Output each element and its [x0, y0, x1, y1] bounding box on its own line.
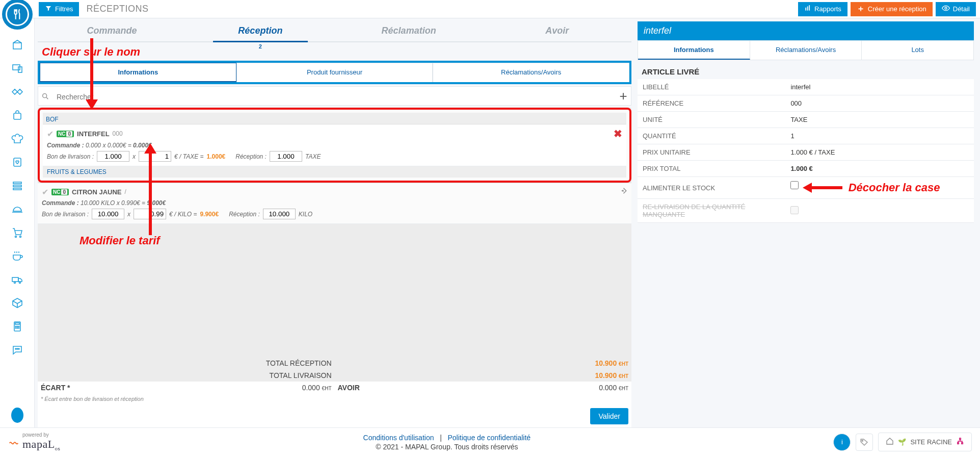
plant-icon: 🌱: [898, 438, 906, 446]
svg-rect-5: [13, 65, 20, 70]
tab-avoir[interactable]: Avoir: [483, 21, 631, 41]
reports-label: Rapports: [814, 5, 841, 13]
detail-tabs: Informations Réclamations/Avoirs Lots: [638, 40, 974, 60]
tab-reclamation[interactable]: Réclamation: [335, 21, 483, 41]
coffee-icon[interactable]: [11, 250, 23, 262]
filter-icon: [45, 5, 52, 13]
chat-icon[interactable]: [11, 344, 23, 356]
add-item-button[interactable]: +: [618, 88, 629, 104]
item-ref: /: [125, 188, 126, 195]
ecart-label: ÉCART *: [41, 384, 70, 392]
svg-point-21: [18, 326, 19, 327]
site-label: SITE RACINE: [910, 438, 952, 446]
create-reception-button[interactable]: ＋ Créer une réception: [851, 2, 933, 16]
svg-point-20: [17, 326, 18, 327]
recep-qty-input[interactable]: [263, 209, 296, 219]
handshake-icon[interactable]: [11, 86, 23, 98]
devices-icon[interactable]: [11, 62, 23, 74]
item-name[interactable]: INTERFEL: [77, 130, 110, 138]
bag-icon[interactable]: [11, 109, 23, 121]
recep-qty-input[interactable]: [270, 151, 302, 162]
bon-total: 9.900€: [200, 211, 219, 218]
tab-reception[interactable]: Réception 2: [186, 21, 334, 41]
filters-button[interactable]: Filtres: [39, 2, 79, 16]
chef-hat-icon[interactable]: [11, 133, 23, 145]
svg-point-25: [15, 348, 16, 349]
app-badge-icon[interactable]: [11, 409, 23, 421]
truck-icon[interactable]: [11, 273, 23, 286]
item-ref: 000: [113, 130, 123, 137]
tag-icon[interactable]: [856, 434, 873, 451]
detail-header: interfel: [638, 21, 974, 40]
svg-point-15: [14, 282, 15, 284]
tab-commande[interactable]: Commande: [38, 21, 186, 41]
item-name[interactable]: CITRON JAUNE: [72, 188, 122, 196]
left-column: Commande Réception 2 Réclamation Avoir C…: [38, 21, 631, 427]
main-area: Commande Réception 2 Réclamation Avoir C…: [0, 18, 980, 427]
detail-tab-reclam[interactable]: Réclamations/Avoirs: [750, 41, 862, 60]
svg-rect-11: [13, 188, 21, 190]
item-row-citron[interactable]: ✔ NC 0 CITRON JAUNE / Commande : 10.000 …: [38, 183, 631, 224]
check-icon: ✔: [47, 129, 54, 139]
cloche-icon[interactable]: [11, 203, 23, 215]
item-row-interfel[interactable]: ✔ NC 0 INTERFEL 000 ✖ Commande : 0.000 x…: [43, 124, 626, 166]
building-icon[interactable]: [11, 39, 23, 51]
calculator-icon[interactable]: [11, 320, 23, 333]
search-input[interactable]: [52, 89, 615, 105]
svg-rect-4: [13, 43, 21, 49]
app-logo[interactable]: [2, 0, 33, 30]
eye-icon: [942, 4, 950, 14]
ecart-note: * Écart entre bon de livraison et récept…: [38, 394, 631, 404]
svg-rect-0: [805, 8, 806, 11]
field-quantite: 1: [785, 128, 974, 144]
plus-icon: ＋: [857, 4, 865, 14]
svg-rect-32: [962, 443, 963, 444]
heart-clipboard-icon[interactable]: [11, 156, 23, 168]
privacy-link[interactable]: Politique de confidentialité: [447, 434, 531, 442]
subtab-reclam[interactable]: Réclamations/Avoirs: [433, 63, 629, 82]
svg-point-29: [862, 440, 863, 441]
svg-rect-14: [12, 277, 18, 282]
annotation-uncheck: Décocher la case: [849, 181, 940, 194]
detail-tab-info[interactable]: Informations: [638, 41, 750, 60]
share-icon[interactable]: [618, 186, 627, 197]
field-libelle: interfel: [785, 79, 974, 95]
svg-point-23: [17, 327, 18, 328]
stock-checkbox[interactable]: [790, 181, 799, 189]
detail-button[interactable]: Détail: [936, 2, 976, 16]
sidebar: [0, 18, 35, 427]
reports-button[interactable]: Rapports: [798, 2, 847, 16]
bon-qty-input[interactable]: [97, 151, 129, 162]
svg-rect-31: [958, 443, 959, 444]
copyright: © 2021 - MAPAL Group. Tous droits réserv…: [68, 443, 825, 451]
svg-point-24: [18, 327, 19, 328]
cart-icon[interactable]: [11, 226, 23, 239]
annotation-click-name: Cliquer sur le nom: [42, 45, 631, 59]
svg-point-16: [19, 282, 20, 284]
home-icon: [886, 437, 894, 447]
site-selector[interactable]: 🌱 SITE RACINE: [878, 433, 972, 451]
svg-rect-9: [13, 182, 21, 184]
svg-point-26: [17, 348, 18, 349]
terms-link[interactable]: Conditions d'utilisation: [363, 434, 434, 442]
detail-tab-lots[interactable]: Lots: [862, 41, 973, 60]
svg-rect-18: [15, 323, 19, 324]
package-icon[interactable]: [11, 297, 23, 309]
content: Commande Réception 2 Réclamation Avoir C…: [35, 18, 980, 427]
total-reception-label: TOTAL RÉCEPTION: [38, 357, 335, 369]
remove-item-icon[interactable]: ✖: [614, 128, 622, 140]
highlighted-item-box: BOF ✔ NC 0 INTERFEL 000 ✖ Commande :: [38, 108, 631, 183]
items-list: BOF ✔ NC 0 INTERFEL 000 ✖ Commande :: [38, 108, 631, 357]
svg-point-3: [945, 7, 947, 9]
list-icon[interactable]: [11, 180, 23, 192]
validate-button[interactable]: Valider: [590, 408, 628, 424]
info-icon[interactable]: i: [833, 434, 851, 451]
brand-logo: powered by mapaLos: [8, 432, 60, 451]
bon-qty-input[interactable]: [92, 209, 124, 219]
reports-icon: [804, 5, 811, 13]
footer-center: Conditions d'utilisation | Politique de …: [68, 434, 825, 451]
annotation-modify-price: Modifier le tarif: [80, 234, 160, 247]
svg-point-19: [15, 326, 16, 327]
subtab-informations[interactable]: Informations: [40, 63, 236, 82]
subtab-produit[interactable]: Produit fournisseur: [236, 63, 433, 82]
